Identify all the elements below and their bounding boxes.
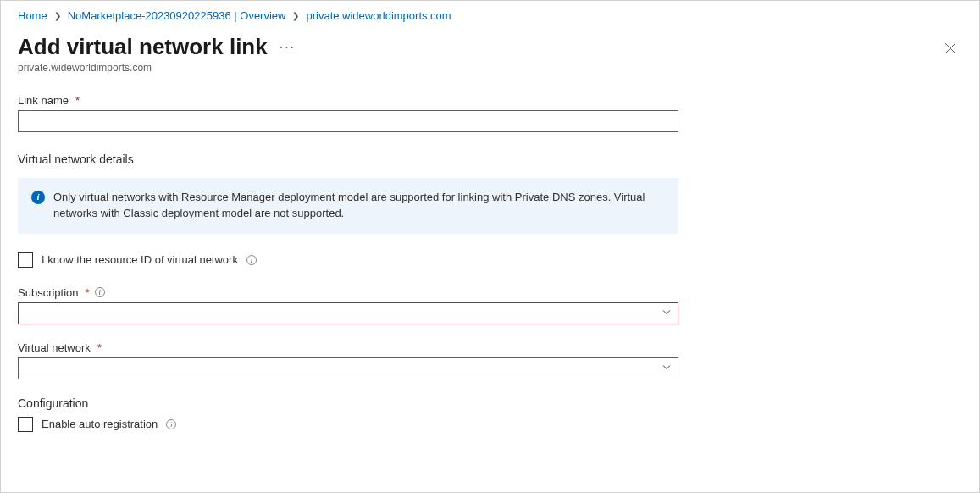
know-resource-id-label: I know the resource ID of virtual networ… <box>42 253 238 266</box>
chevron-right-icon: ❯ <box>54 11 61 20</box>
more-actions-button[interactable]: ··· <box>280 40 296 55</box>
chevron-right-icon: ❯ <box>292 11 299 20</box>
vnet-details-heading: Virtual network details <box>18 152 678 166</box>
virtual-network-select[interactable] <box>18 357 678 379</box>
required-indicator: * <box>75 94 80 107</box>
required-indicator: * <box>97 341 102 354</box>
info-icon: i <box>31 191 45 204</box>
link-name-label: Link name* <box>18 94 678 107</box>
virtual-network-label: Virtual network* <box>18 341 678 354</box>
info-icon[interactable]: i <box>166 419 176 429</box>
close-icon <box>944 42 957 55</box>
breadcrumb-current[interactable]: private.wideworldimports.com <box>306 9 451 22</box>
page-subtitle: private.wideworldimports.com <box>18 62 962 74</box>
info-icon[interactable]: i <box>95 287 105 297</box>
enable-auto-registration-checkbox[interactable] <box>18 417 33 432</box>
breadcrumb: Home ❯ NoMarketplace-20230920225936 | Ov… <box>18 9 962 22</box>
info-banner-text: Only virtual networks with Resource Mana… <box>53 190 665 222</box>
page-title: Add virtual network link <box>18 34 268 60</box>
breadcrumb-home[interactable]: Home <box>18 9 47 22</box>
subscription-label: Subscription* i <box>18 286 678 299</box>
info-icon[interactable]: i <box>246 255 257 265</box>
breadcrumb-overview[interactable]: NoMarketplace-20230920225936 | Overview <box>68 9 286 22</box>
link-name-input[interactable] <box>18 110 678 132</box>
required-indicator: * <box>86 286 90 299</box>
subscription-select[interactable] <box>18 302 678 324</box>
know-resource-id-checkbox[interactable] <box>18 252 33 268</box>
configuration-heading: Configuration <box>18 396 678 410</box>
enable-auto-registration-label: Enable auto registration <box>42 418 158 430</box>
info-banner: i Only virtual networks with Resource Ma… <box>18 178 678 234</box>
close-button[interactable] <box>940 38 961 58</box>
